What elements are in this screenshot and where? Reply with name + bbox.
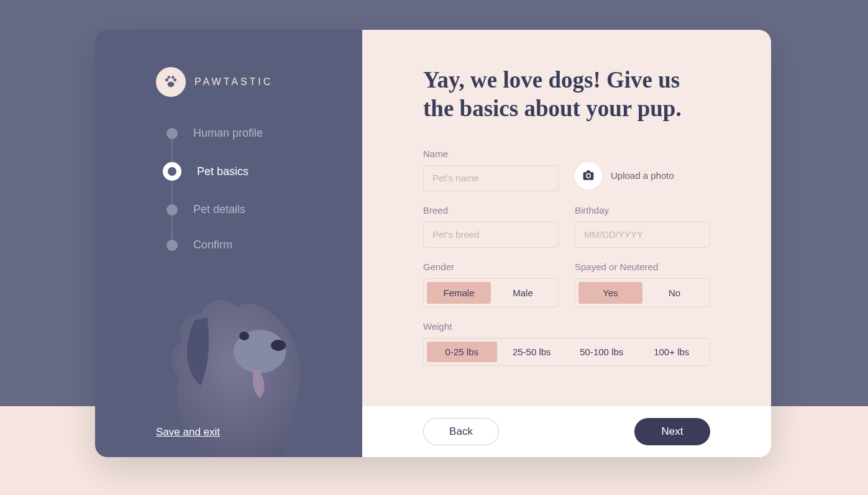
- name-input[interactable]: [423, 165, 559, 191]
- svg-point-5: [234, 330, 286, 373]
- onboarding-card: PAWTASTIC Human profile Pet basics Pet d…: [95, 30, 771, 457]
- logo-row: PAWTASTIC: [156, 67, 331, 97]
- gender-label: Gender: [423, 261, 559, 272]
- name-label: Name: [423, 148, 559, 159]
- weight-toggle: 0-25 lbs 25-50 lbs 50-100 lbs 100+ lbs: [423, 338, 710, 366]
- birthday-input[interactable]: [575, 222, 710, 248]
- weight-field: Weight 0-25 lbs 25-50 lbs 50-100 lbs 100…: [423, 321, 710, 366]
- step-label: Pet details: [193, 203, 245, 216]
- back-button[interactable]: Back: [423, 418, 499, 445]
- step-dot-icon: [163, 162, 181, 181]
- step-dot-icon: [167, 204, 178, 216]
- svg-point-4: [168, 81, 175, 87]
- birthday-label: Birthday: [575, 205, 710, 216]
- gender-field: Gender Female Male: [423, 261, 559, 307]
- paw-logo-icon: [156, 67, 186, 97]
- gender-toggle: Female Male: [423, 278, 559, 307]
- spayed-label: Spayed or Neutered: [575, 261, 710, 272]
- weight-option-0-25[interactable]: 0-25 lbs: [427, 342, 497, 362]
- breed-label: Breed: [423, 205, 559, 216]
- breed-input[interactable]: [423, 222, 559, 248]
- svg-point-1: [173, 78, 176, 81]
- step-label: Human profile: [193, 127, 263, 140]
- spayed-toggle: Yes No: [575, 278, 710, 307]
- upload-photo-button[interactable]: [575, 162, 602, 189]
- svg-point-6: [271, 340, 286, 351]
- spayed-option-yes[interactable]: Yes: [578, 282, 642, 304]
- step-dot-icon: [167, 128, 178, 139]
- gender-option-male[interactable]: Male: [491, 282, 555, 304]
- step-dot-icon: [167, 240, 178, 251]
- footer: Back Next: [362, 406, 771, 457]
- main-panel: Yay, we love dogs! Give us the basics ab…: [362, 30, 771, 457]
- weight-option-50-100[interactable]: 50-100 lbs: [567, 342, 637, 362]
- weight-option-25-50[interactable]: 25-50 lbs: [497, 342, 567, 362]
- camera-icon: [582, 170, 595, 182]
- svg-point-3: [171, 76, 175, 79]
- step-list: Human profile Pet basics Pet details Con…: [167, 127, 331, 252]
- svg-point-2: [167, 76, 170, 79]
- upload-field: Upload a photo: [575, 148, 710, 191]
- brand-name: PAWTASTIC: [194, 76, 273, 88]
- step-label: Pet basics: [197, 165, 249, 178]
- main-content: Yay, we love dogs! Give us the basics ab…: [362, 30, 771, 406]
- spayed-field: Spayed or Neutered Yes No: [575, 261, 710, 307]
- svg-point-0: [165, 78, 168, 81]
- next-button[interactable]: Next: [634, 418, 710, 445]
- step-human-profile[interactable]: Human profile: [167, 127, 331, 140]
- step-label: Confirm: [193, 238, 232, 252]
- spayed-option-no[interactable]: No: [642, 282, 706, 304]
- breed-field: Breed: [423, 205, 559, 248]
- save-exit-link[interactable]: Save and exit: [156, 426, 220, 438]
- form-grid: Name Upload a p: [423, 148, 710, 366]
- svg-rect-9: [587, 170, 590, 171]
- page-heading: Yay, we love dogs! Give us the basics ab…: [423, 66, 710, 124]
- gender-option-female[interactable]: Female: [427, 282, 491, 304]
- svg-point-7: [239, 332, 249, 340]
- weight-option-100plus[interactable]: 100+ lbs: [637, 342, 707, 362]
- name-field: Name: [423, 148, 559, 191]
- step-pet-details[interactable]: Pet details: [167, 203, 331, 216]
- sidebar: PAWTASTIC Human profile Pet basics Pet d…: [95, 30, 362, 457]
- birthday-field: Birthday: [575, 205, 710, 248]
- weight-label: Weight: [423, 321, 710, 332]
- step-pet-basics[interactable]: Pet basics: [167, 162, 331, 181]
- step-confirm[interactable]: Confirm: [167, 238, 331, 252]
- upload-label: Upload a photo: [611, 170, 674, 181]
